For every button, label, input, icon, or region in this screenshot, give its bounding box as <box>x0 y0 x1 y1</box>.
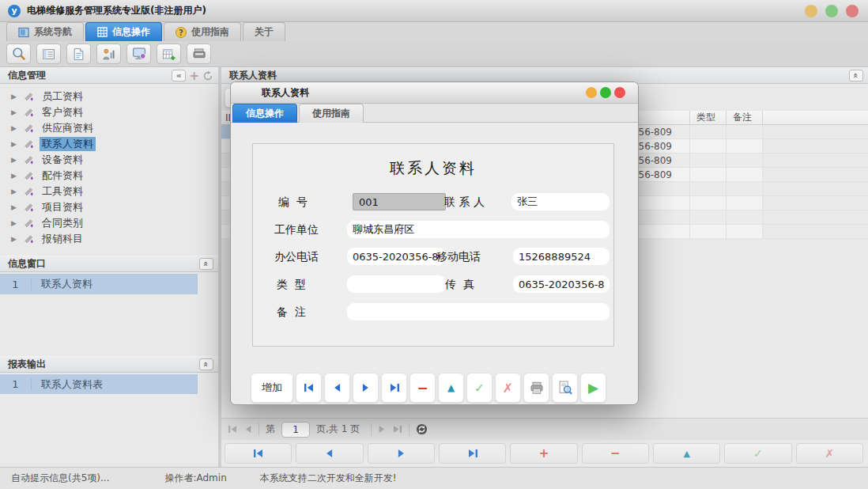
search-button[interactable] <box>6 44 31 64</box>
note-field[interactable] <box>347 303 609 320</box>
dialog-delete-button[interactable]: − <box>409 373 436 403</box>
expander-icon[interactable]: ▶ <box>11 203 18 211</box>
dialog-save-button[interactable]: ✓ <box>466 373 492 403</box>
main-tab-bar: 系统导航 信息操作 ? 使用指南 关于 <box>0 22 868 41</box>
minimize-button[interactable] <box>805 5 817 17</box>
dialog-tab-user-guide[interactable]: 使用指南 <box>299 104 364 123</box>
expander-icon[interactable]: ▶ <box>11 219 18 227</box>
collapse-info-window-button[interactable]: « <box>199 258 213 270</box>
page-suffix: 页,共 1 页 <box>316 423 360 436</box>
record-add-button[interactable]: + <box>510 443 577 464</box>
page-last-icon[interactable] <box>392 425 402 434</box>
prev-icon <box>325 449 334 458</box>
dialog-title-bar[interactable]: 联系人资料 <box>231 82 638 104</box>
dialog-edit-button[interactable]: ▲ <box>438 373 464 403</box>
tree-item-employee[interactable]: ▶员工资料 <box>0 89 218 104</box>
grid-icon <box>97 27 108 37</box>
expander-icon[interactable]: ▶ <box>11 235 18 243</box>
collapse-left-button[interactable]: « <box>172 70 186 82</box>
dialog-preview-button[interactable] <box>552 373 578 403</box>
expander-icon[interactable]: ▶ <box>11 140 18 148</box>
work-unit-field[interactable] <box>347 221 609 238</box>
maximize-button[interactable] <box>825 5 838 17</box>
printer-device-button[interactable] <box>187 44 211 64</box>
info-window-row[interactable]: 1 联系人资料 <box>0 274 198 294</box>
row-number: 1 <box>0 279 32 290</box>
tree-item-supplier[interactable]: ▶供应商资料 <box>0 120 218 136</box>
dialog-execute-button[interactable]: ▶ <box>580 373 606 403</box>
dialog-minimize-button[interactable] <box>586 87 597 98</box>
dialog-prev-button[interactable] <box>324 373 350 403</box>
col-header-type[interactable]: 类型 <box>690 111 726 124</box>
page-number-input[interactable] <box>281 422 310 438</box>
contact-form: 联系人资料 编 号 联 系 人 工作单位 办公电话 移动电话 类 型 传 真 备… <box>252 143 614 347</box>
mobile-phone-field[interactable] <box>513 248 609 265</box>
dialog-print-button[interactable] <box>523 373 549 403</box>
main-panel-title: 联系人资料 <box>229 69 277 82</box>
record-prev-button[interactable] <box>296 443 363 464</box>
tree-item-project[interactable]: ▶项目资料 <box>0 199 218 215</box>
form-title: 联系人资料 <box>253 158 613 179</box>
user-report-button[interactable] <box>96 44 121 64</box>
expander-icon[interactable]: ▶ <box>11 172 18 180</box>
tab-about[interactable]: 关于 <box>243 22 285 41</box>
close-button[interactable] <box>846 5 859 17</box>
page-refresh-icon[interactable] <box>416 423 428 435</box>
add-node-icon[interactable]: + <box>189 69 199 83</box>
dialog-maximize-button[interactable] <box>600 87 611 98</box>
contact-field[interactable] <box>511 193 609 210</box>
list-view-button[interactable] <box>36 44 61 64</box>
report-output-row[interactable]: 1 联系人资料表 <box>0 374 198 394</box>
record-next-button[interactable] <box>368 443 435 464</box>
tool-icon <box>23 138 35 150</box>
dialog-first-button[interactable] <box>296 373 322 403</box>
expander-icon[interactable]: ▶ <box>11 93 18 100</box>
tab-user-guide[interactable]: ? 使用指南 <box>164 22 241 41</box>
monitor-button[interactable] <box>126 44 151 64</box>
type-field[interactable] <box>347 275 446 293</box>
record-edit-button[interactable]: ▲ <box>653 443 720 464</box>
record-first-button[interactable] <box>225 443 292 464</box>
tree-item-contact[interactable]: ▶联系人资料 <box>0 136 218 152</box>
tree-item-customer[interactable]: ▶客户资料 <box>0 104 218 120</box>
tree-item-equipment[interactable]: ▶设备资料 <box>0 152 218 168</box>
tree-item-parts[interactable]: ▶配件资料 <box>0 168 218 184</box>
first-icon <box>253 449 264 458</box>
col-header-note[interactable]: 备注 <box>726 111 763 124</box>
tree-item-contract[interactable]: ▶合同类别 <box>0 215 218 231</box>
monitor-icon <box>132 47 146 61</box>
tab-system-nav[interactable]: 系统导航 <box>6 22 84 41</box>
record-cancel-button[interactable]: ✗ <box>796 443 863 464</box>
tab-info-operation[interactable]: 信息操作 <box>85 22 162 41</box>
record-last-button[interactable] <box>439 443 506 464</box>
page-first-icon[interactable] <box>228 425 238 434</box>
collapse-report-output-button[interactable]: « <box>199 358 213 370</box>
office-phone-field[interactable] <box>347 248 446 265</box>
refresh-tree-icon[interactable] <box>202 70 213 82</box>
check-icon: ✓ <box>753 446 764 461</box>
page-prev-icon[interactable] <box>244 425 252 434</box>
document-button[interactable] <box>66 44 91 64</box>
collapse-main-panel-button[interactable]: « <box>849 70 863 82</box>
list-view-icon <box>42 47 55 61</box>
expander-icon[interactable]: ▶ <box>11 156 18 164</box>
tree-item-tools[interactable]: ▶工具资料 <box>0 184 218 199</box>
record-save-button[interactable]: ✓ <box>724 443 791 464</box>
tree-item-reimburse[interactable]: ▶报销科目 <box>0 231 218 247</box>
table-add-button[interactable] <box>157 44 181 64</box>
expander-icon[interactable]: ▶ <box>11 188 18 195</box>
dialog-close-button[interactable] <box>614 87 625 98</box>
record-delete-button[interactable]: − <box>582 443 649 464</box>
expander-icon[interactable]: ▶ <box>11 124 18 132</box>
page-next-icon[interactable] <box>378 425 386 434</box>
fax-field[interactable] <box>513 275 609 293</box>
dialog-tab-info-operation[interactable]: 信息操作 <box>232 104 297 123</box>
expander-icon[interactable]: ▶ <box>11 108 18 116</box>
dialog-cancel-button[interactable]: ✗ <box>495 373 521 403</box>
dialog-last-button[interactable] <box>381 373 407 403</box>
search-icon <box>12 47 26 61</box>
contact-label: 联 系 人 <box>444 193 485 210</box>
dialog-add-button[interactable]: 增加 <box>251 373 293 403</box>
dialog-next-button[interactable] <box>353 373 379 403</box>
number-field[interactable] <box>353 193 446 210</box>
